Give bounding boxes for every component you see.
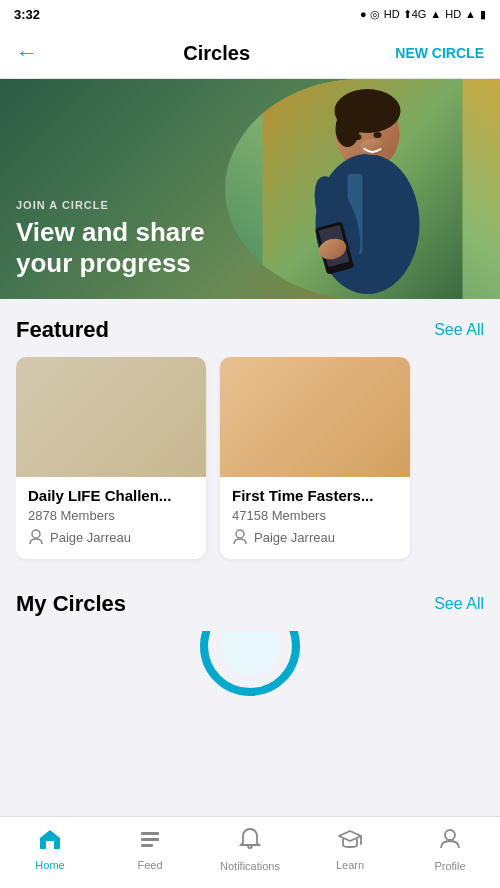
learn-icon [337,828,363,856]
card-2-title: First Time Fasters... [232,487,398,504]
card-1-author: Paige Jarreau [28,529,194,545]
nav-learn-label: Learn [336,859,364,871]
hero-banner: JOIN A CIRCLE View and share your progre… [0,79,500,299]
svg-point-3 [336,111,360,147]
my-circles-see-all[interactable]: See All [434,595,484,613]
featured-title: Featured [16,317,109,343]
hero-subtitle: JOIN A CIRCLE [16,199,259,211]
svg-rect-18 [141,832,159,835]
featured-section: Featured See All Daily LIFE Challen... 2… [0,299,500,573]
hero-text: JOIN A CIRCLE View and share your progre… [0,199,275,299]
main-content: JOIN A CIRCLE View and share your progre… [0,79,500,791]
card-1-image [16,357,206,477]
svg-point-14 [236,530,244,538]
new-circle-button[interactable]: NEW CIRCLE [395,45,484,61]
featured-card-2[interactable]: First Time Fasters... 47158 Members Paig… [220,357,410,559]
svg-point-22 [445,830,455,840]
nav-notifications[interactable]: Notifications [200,817,300,888]
hero-title: View and share your progress [16,217,259,279]
my-circles-section: My Circles See All [0,573,500,711]
battery-icon: ▮ [480,8,486,21]
card-2-image [220,357,410,477]
svg-point-12 [374,132,382,138]
card-1-body: Daily LIFE Challen... 2878 Members Paige… [16,477,206,559]
nav-notifications-label: Notifications [220,860,280,872]
circle-ring-svg [195,631,305,701]
person-icon-2 [232,529,248,545]
featured-see-all[interactable]: See All [434,321,484,339]
card-2-body: First Time Fasters... 47158 Members Paig… [220,477,410,559]
status-bar: 3:32 ● ◎ HD ⬆4G ▲ HD ▲ ▮ [0,0,500,28]
featured-cards-row: Daily LIFE Challen... 2878 Members Paige… [16,357,484,563]
hd-icon: HD [445,8,461,20]
card-1-members: 2878 Members [28,508,194,523]
svg-rect-19 [141,838,159,841]
nav-profile[interactable]: Profile [400,817,500,888]
status-icons: ● ◎ HD ⬆4G ▲ HD ▲ ▮ [360,8,486,21]
nav-home[interactable]: Home [0,817,100,888]
svg-point-17 [220,631,280,676]
circle-preview [16,631,484,701]
signal-icon: ▲ [430,8,441,20]
card-1-author-name: Paige Jarreau [50,530,131,545]
card-2-members: 47158 Members [232,508,398,523]
page-title: Circles [183,42,250,65]
card-2-author: Paige Jarreau [232,529,398,545]
nav-home-label: Home [35,859,64,871]
nav-feed-label: Feed [137,859,162,871]
svg-rect-20 [141,844,153,847]
nav-learn[interactable]: Learn [300,817,400,888]
back-button[interactable]: ← [16,40,38,66]
card-1-title: Daily LIFE Challen... [28,487,194,504]
signal-bars: ▲ [465,8,476,20]
featured-card-1[interactable]: Daily LIFE Challen... 2878 Members Paige… [16,357,206,559]
nav-profile-label: Profile [434,860,465,872]
feed-icon [138,828,162,856]
header: ← Circles NEW CIRCLE [0,28,500,79]
svg-point-11 [354,134,362,140]
network-type: HD ⬆4G [384,8,427,21]
featured-header: Featured See All [16,317,484,343]
network-icon: ● ◎ [360,8,380,21]
my-circles-header: My Circles See All [16,591,484,617]
person-icon-1 [28,529,44,545]
status-time: 3:32 [14,7,40,22]
nav-feed[interactable]: Feed [100,817,200,888]
home-icon [38,828,62,856]
profile-icon [438,827,462,857]
card-2-author-name: Paige Jarreau [254,530,335,545]
bottom-nav: Home Feed Notifications [0,816,500,888]
bell-icon [238,827,262,857]
my-circles-title: My Circles [16,591,126,617]
svg-point-13 [32,530,40,538]
circle-ring-container [195,631,305,701]
